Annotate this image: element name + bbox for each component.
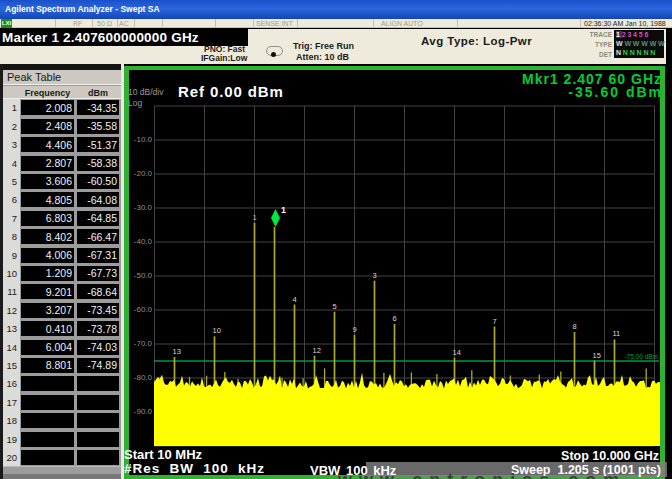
svg-text:4: 4 (293, 295, 297, 304)
svg-text:9: 9 (353, 325, 357, 334)
svg-text:1: 1 (281, 205, 286, 215)
svg-text:13: 13 (173, 347, 181, 356)
svg-text:7: 7 (493, 317, 497, 326)
svg-text:11: 11 (613, 329, 621, 338)
svg-text:15: 15 (593, 351, 601, 360)
svg-text:6: 6 (393, 314, 397, 323)
svg-text:-75.00 dBm: -75.00 dBm (624, 353, 658, 360)
svg-text:14: 14 (453, 348, 461, 357)
svg-text:5: 5 (333, 302, 337, 311)
svg-text:3: 3 (373, 271, 377, 280)
svg-text:10: 10 (213, 326, 221, 335)
svg-text:1: 1 (253, 213, 257, 222)
svg-text:12: 12 (313, 346, 321, 355)
svg-text:8: 8 (573, 322, 577, 331)
